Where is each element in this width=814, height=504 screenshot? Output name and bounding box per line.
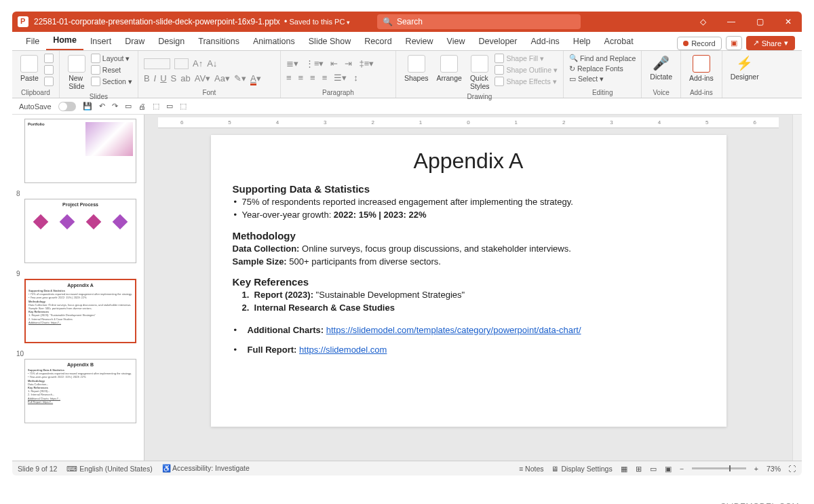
tab-insert[interactable]: Insert (83, 33, 118, 50)
line-spacing-button[interactable]: ‡≡▾ (359, 58, 374, 69)
display-settings-button[interactable]: 🖥 Display Settings (551, 465, 612, 473)
new-slide-button[interactable]: New Slide (65, 54, 88, 92)
tab-draw[interactable]: Draw (118, 33, 151, 50)
numbering-button[interactable]: ⋮≡▾ (305, 58, 324, 69)
font-color-button[interactable]: A▾ (250, 73, 261, 83)
bold-button[interactable]: B (144, 73, 150, 83)
layout-button[interactable]: Layout ▾ (91, 54, 132, 63)
share-button[interactable]: ↗Share ▾ (746, 36, 795, 50)
align-left-button[interactable]: ≡ (286, 73, 292, 83)
thumb-8[interactable]: 8 Project Process (16, 190, 140, 263)
saved-status[interactable]: Saved to this PC (289, 18, 349, 26)
vertical-scrollbar[interactable] (792, 115, 802, 461)
tab-review[interactable]: Review (399, 33, 440, 50)
shape-fill-button[interactable]: Shape Fill ▾ (495, 54, 558, 63)
thumb-10[interactable]: 10 Appendix B Supporting Data & Statisti… (16, 350, 140, 423)
bullets-button[interactable]: ≣▾ (286, 58, 298, 69)
redo-button[interactable]: ↷ (112, 102, 118, 111)
slideshow-view-button[interactable]: ▣ (665, 465, 672, 473)
text-line[interactable]: Sample Size: 500+ participants from dive… (233, 256, 705, 269)
fit-to-window-button[interactable]: ⛶ (789, 465, 796, 473)
thumb-7[interactable]: Portfolio (16, 119, 140, 183)
find-replace-button[interactable]: 🔍Find and Replace (569, 54, 636, 62)
maximize-button[interactable]: ▢ (752, 14, 768, 30)
tab-animations[interactable]: Animations (246, 33, 302, 50)
heading-references[interactable]: Key References (233, 276, 705, 288)
accessibility-status[interactable]: ♿ Accessibility: Investigate (162, 464, 250, 473)
numbered-item[interactable]: 2. Internal Research & Case Studies (233, 302, 705, 315)
sorter-view-button[interactable]: ⊞ (636, 465, 642, 473)
language-status[interactable]: ⌨ English (United States) (66, 465, 152, 473)
normal-view-button[interactable]: ▦ (621, 465, 627, 473)
tab-acrobat[interactable]: Acrobat (598, 33, 640, 50)
tab-record[interactable]: Record (357, 33, 398, 50)
text-line[interactable]: Data Collection: Online surveys, focus g… (233, 243, 705, 256)
cut-button[interactable] (44, 54, 54, 63)
ribbon-display-icon[interactable]: ◇ (695, 14, 711, 30)
heading-support[interactable]: Supporting Data & Statistics (233, 183, 705, 195)
reading-view-button[interactable]: ▭ (650, 465, 657, 473)
tab-transitions[interactable]: Transitions (191, 33, 246, 50)
shadow-button[interactable]: ab (180, 73, 190, 83)
slide-canvas[interactable]: Appendix A Supporting Data & Statistics … (211, 135, 726, 427)
spacing-button[interactable]: AV▾ (195, 73, 210, 83)
qat-icon[interactable]: 🖨 (138, 102, 146, 111)
qat-icon[interactable]: ▭ (166, 102, 173, 111)
tab-file[interactable]: File (19, 33, 46, 50)
indent-inc-button[interactable]: ⇥ (345, 58, 352, 69)
format-painter-button[interactable] (44, 77, 54, 86)
paste-button[interactable]: Paste (18, 54, 41, 83)
heading-methodology[interactable]: Methodology (233, 230, 705, 241)
tab-slideshow[interactable]: Slide Show (302, 33, 358, 50)
align-center-button[interactable]: ≡ (298, 73, 303, 83)
replace-fonts-button[interactable]: ↻Replace Fonts (569, 64, 636, 73)
link-full-report[interactable]: https://slidemodel.com (299, 345, 387, 355)
designer-button[interactable]: ⚡Designer (728, 54, 762, 82)
tab-developer[interactable]: Developer (471, 33, 524, 50)
zoom-out-button[interactable]: − (680, 465, 684, 473)
bullet-item[interactable]: 75% of respondents reported increased en… (233, 196, 705, 209)
close-button[interactable]: ✕ (780, 14, 796, 30)
copy-button[interactable] (44, 65, 54, 75)
highlight-button[interactable]: ✎▾ (234, 73, 246, 83)
justify-button[interactable]: ≡ (322, 73, 328, 83)
increase-font-button[interactable]: A↑ (193, 58, 203, 69)
italic-button[interactable]: I (154, 73, 157, 83)
columns-button[interactable]: ☰▾ (334, 73, 347, 83)
tab-addins[interactable]: Add-ins (524, 33, 566, 50)
section-button[interactable]: Section ▾ (91, 77, 132, 86)
autosave-toggle[interactable] (58, 102, 76, 111)
notes-button[interactable]: ≡ Notes (519, 465, 543, 473)
slide-title[interactable]: Appendix A (233, 149, 705, 174)
tab-help[interactable]: Help (566, 33, 598, 50)
qat-icon[interactable]: ⬚ (180, 102, 187, 111)
reset-button[interactable]: Reset (91, 65, 132, 75)
underline-button[interactable]: U (160, 73, 166, 83)
text-direction-button[interactable]: ↕ (353, 73, 358, 83)
minimize-button[interactable]: — (723, 14, 739, 30)
qat-icon[interactable]: ▭ (125, 102, 132, 111)
tab-view[interactable]: View (440, 33, 472, 50)
zoom-slider[interactable] (692, 467, 746, 469)
tab-home[interactable]: Home (46, 31, 83, 50)
zoom-in-button[interactable]: + (754, 465, 758, 473)
arrange-button[interactable]: Arrange (434, 54, 465, 83)
strike-button[interactable]: S (171, 73, 177, 83)
numbered-item[interactable]: 1. Report (2023): "Sustainable Developme… (233, 289, 705, 302)
bullet-item[interactable]: Year-over-year growth: 2022: 15% | 2023:… (233, 209, 705, 222)
slide-counter[interactable]: Slide 9 of 12 (18, 465, 57, 473)
align-right-button[interactable]: ≡ (310, 73, 315, 83)
shapes-button[interactable]: Shapes (402, 54, 431, 83)
font-size-combo[interactable] (174, 58, 189, 69)
select-button[interactable]: ▭Select ▾ (569, 75, 636, 83)
dictate-button[interactable]: 🎤Dictate (647, 54, 675, 82)
shape-outline-button[interactable]: Shape Outline ▾ (495, 65, 558, 75)
qat-icon[interactable]: ⬚ (153, 102, 159, 111)
quick-styles-button[interactable]: Quick Styles (467, 54, 492, 92)
thumb-9[interactable]: 9 Appendix A Supporting Data & Statistic… (16, 270, 140, 343)
addins-button[interactable]: Add-ins (686, 54, 716, 83)
link-additional-charts[interactable]: https://slidemodel.com/templates/categor… (326, 325, 581, 335)
indent-dec-button[interactable]: ⇤ (330, 58, 338, 69)
record-button[interactable]: Record (677, 37, 721, 50)
undo-button[interactable]: ↶ (99, 102, 105, 111)
